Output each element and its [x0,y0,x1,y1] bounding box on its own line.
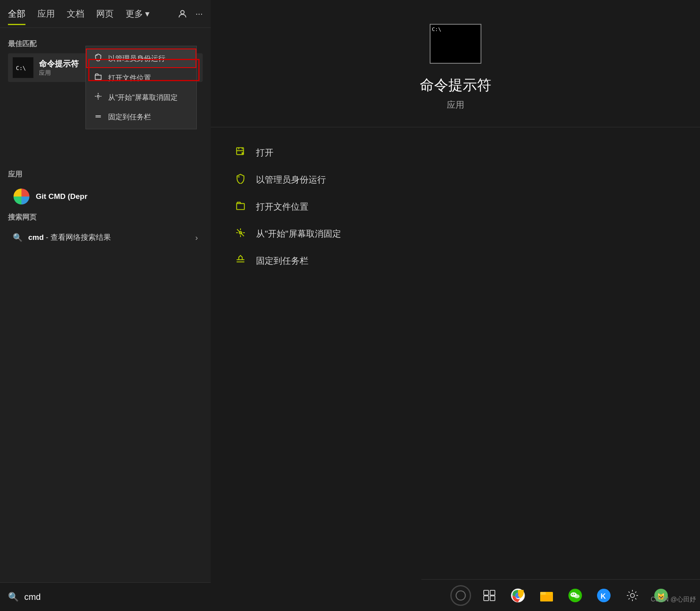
folder-icon [94,73,103,83]
action-unpin-start[interactable]: 从"开始"屏幕取消固定 [211,220,700,247]
svg-point-5 [97,95,99,97]
ctx-open-location[interactable]: 打开文件位置 [86,68,196,88]
win-start-btn[interactable] [450,585,471,606]
shield-icon [94,53,103,63]
svg-point-16 [456,591,465,600]
arrow-right-icon: › [195,233,198,242]
svg-rect-20 [490,596,495,601]
svg-text:C:\: C:\ [16,65,26,71]
action-open[interactable]: 打开 [211,139,700,166]
app-preview-subtitle: 应用 [447,99,464,111]
user-icon-btn[interactable] [177,9,188,19]
svg-rect-19 [484,596,489,601]
open-icon [235,146,246,159]
ctx-unpin-start[interactable]: 从"开始"屏幕取消固定 [86,88,196,107]
cmd-icon: C:\ _ [13,57,33,78]
tab-more[interactable]: 更多 ▾ [126,6,149,22]
app-preview-icon [430,24,481,64]
svg-rect-11 [237,204,244,210]
file-location-icon [235,200,246,213]
right-panel-content: 命令提示符 应用 打开 以管理员身份运行 [211,0,700,611]
svg-point-30 [572,593,573,595]
pin-icon [94,112,103,122]
action-run-as-admin[interactable]: 以管理员身份运行 [211,166,700,193]
tab-web[interactable]: 网页 [96,6,114,22]
watermark: CSDN @心田妤 [651,595,696,604]
svg-line-13 [237,229,244,236]
more-options-btn[interactable]: ··· [196,9,203,19]
action-open-location[interactable]: 打开文件位置 [211,193,700,220]
kugou-btn[interactable]: K [593,585,614,606]
gitcmd-item[interactable]: Git CMD (Depr [8,184,203,209]
svg-point-0 [180,10,184,14]
search-input[interactable] [24,592,203,602]
ctx-pin-taskbar[interactable]: 固定到任务栏 [86,107,196,126]
gitcmd-text: Git CMD (Depr [36,192,87,201]
web-search-label: 搜索网页 [8,212,203,222]
svg-text:K: K [601,592,606,600]
svg-text:_: _ [16,72,19,76]
app-preview-title: 命令提示符 [420,76,491,95]
wechat-btn[interactable] [565,585,586,606]
search-icon: 🔍 [13,233,23,242]
tab-all[interactable]: 全部 [8,6,25,22]
svg-rect-17 [484,590,489,595]
web-search-text: cmd - 查看网络搜索结果 [28,232,111,243]
task-view-btn[interactable] [479,585,500,606]
taskbar: K 🐱 [421,579,700,611]
admin-run-icon [235,173,246,186]
action-pin-taskbar[interactable]: 固定到任务栏 [211,247,700,274]
right-panel: 命令提示符 应用 打开 以管理员身份运行 [211,0,700,611]
apps-label: 应用 [8,169,203,179]
tab-docs[interactable]: 文档 [67,6,84,22]
svg-rect-18 [490,590,495,595]
context-menu: 以管理员身份运行 打开文件位置 从"开始"屏幕取 [85,46,197,129]
best-match-text: 命令提示符 应用 [39,58,79,77]
tab-apps[interactable]: 应用 [37,6,55,22]
svg-point-31 [574,593,575,595]
content-area: 最佳匹配 C:\ _ 命令提示符 应用 [0,28,211,582]
svg-rect-26 [541,595,552,601]
search-panel: 全部 应用 文档 网页 更多 ▾ ··· 最佳匹配 [0,0,211,611]
ctx-run-as-admin[interactable]: 以管理员身份运行 [86,49,196,68]
svg-point-34 [630,593,634,597]
gitcmd-icon [13,188,30,205]
tab-bar-right: ··· [177,9,203,19]
chrome-btn[interactable] [508,585,528,606]
web-search-item[interactable]: 🔍 cmd - 查看网络搜索结果 › [8,227,203,248]
tab-bar: 全部 应用 文档 网页 更多 ▾ ··· [0,0,211,28]
svg-point-29 [574,594,580,598]
right-divider [211,127,700,127]
settings-btn[interactable] [622,585,643,606]
unpin-icon [94,92,103,102]
search-bar-icon: 🔍 [8,592,19,602]
pin-taskbar-icon [235,255,246,267]
search-input-bar: 🔍 [0,582,211,611]
svg-rect-25 [540,592,546,595]
file-explorer-btn[interactable] [536,585,557,606]
unpin-start-icon [235,228,246,240]
